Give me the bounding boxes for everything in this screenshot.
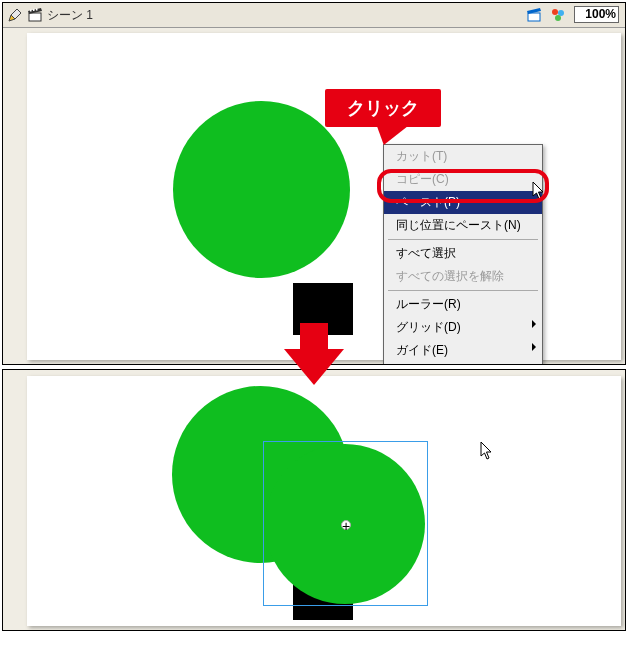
svg-rect-4 [528,13,540,21]
callout: クリック [325,89,441,127]
callout-label: クリック [325,89,441,127]
ctx-item-0: カット(T) [384,145,542,168]
ctx-item-9[interactable]: 吸着(S) [384,362,542,365]
ctx-item-6[interactable]: ルーラー(R) [384,293,542,316]
ctx-item-2[interactable]: ペースト(P) [384,191,542,214]
scene-icon [27,7,43,23]
ctx-item-5: すべての選択を解除 [384,265,542,288]
anchor-icon: + [341,520,351,530]
svg-point-7 [555,15,561,21]
svg-rect-3 [36,9,38,11]
submenu-arrow-icon [532,320,536,328]
down-arrow-icon [284,349,344,385]
submenu-arrow-icon [532,343,536,351]
svg-rect-0 [29,13,41,21]
ctx-item-7[interactable]: グリッド(D) [384,316,542,339]
pencil-icon [7,7,23,23]
stage-after[interactable]: + [27,376,621,626]
ctx-item-3[interactable]: 同じ位置にペースト(N) [384,214,542,237]
ctx-item-4[interactable]: すべて選択 [384,242,542,265]
edit-symbols-icon[interactable] [550,7,566,23]
svg-rect-1 [30,10,32,12]
ctx-item-1: コピー(C) [384,168,542,191]
svg-point-6 [558,10,564,16]
ctx-item-8[interactable]: ガイド(E) [384,339,542,362]
after-panel: + [2,369,626,631]
ctx-separator [388,290,538,291]
edit-scene-icon[interactable] [526,7,542,23]
ctx-separator [388,239,538,240]
svg-rect-2 [33,9,35,11]
zoom-field[interactable]: 100% [574,6,619,23]
svg-point-5 [552,9,558,15]
context-menu: カット(T)コピー(C)ペースト(P)同じ位置にペースト(N)すべて選択すべての… [383,144,543,365]
before-panel: シーン 1 100% カット(T)コピー(C)ペースト(P)同じ位置にペースト(… [2,2,626,365]
scene-label: シーン 1 [47,7,93,24]
toolbar: シーン 1 100% [3,3,625,28]
green-circle [173,101,350,278]
